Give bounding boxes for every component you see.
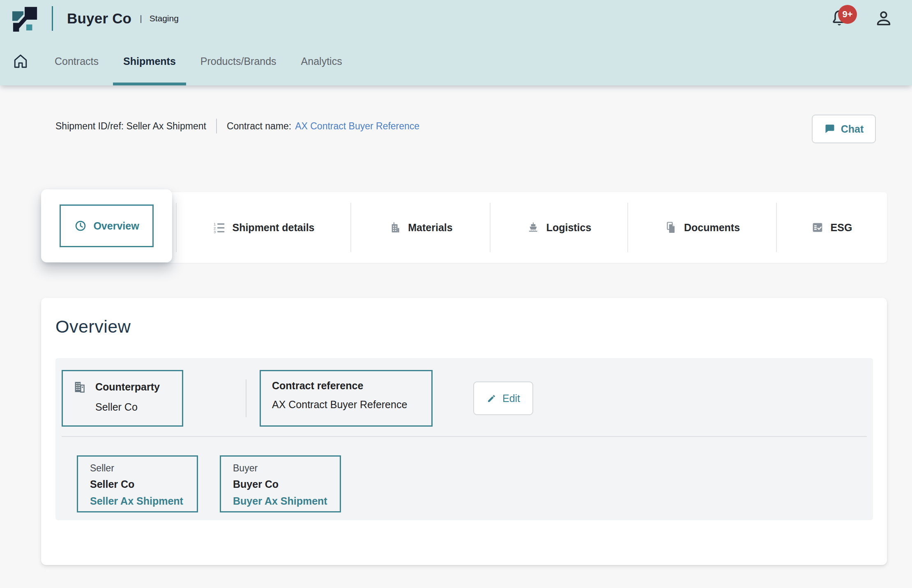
counterparty-value: Seller Co [95,401,182,413]
notification-badge: 9+ [838,5,857,24]
shipment-id-label: Shipment ID/ref: [55,121,124,132]
main-content: Shipment ID/ref: Seller Ax Shipment Cont… [0,115,912,565]
counterparty-header: Counterparty [72,380,182,394]
shipment-id-value: Seller Ax Shipment [127,121,206,132]
tab-label: Overview [93,220,139,232]
nav-item-analytics[interactable]: Analytics [291,37,352,85]
logo-divider [52,6,53,31]
tab-materials[interactable]: Materials [351,192,490,263]
info-divider [216,119,217,133]
contract-reference-value: AX Contract Buyer Reference [272,399,431,411]
seller-label: Seller [90,463,197,474]
contract-reference-label: Contract reference [272,380,363,392]
person-icon [874,9,894,28]
edit-button[interactable]: Edit [473,381,533,415]
fact-check-icon [811,221,824,234]
pencil-icon [486,393,497,404]
nav-item-shipments[interactable]: Shipments [113,37,186,85]
tab-esg[interactable]: ESG [777,192,886,263]
account-button[interactable] [873,8,894,29]
parties-row: Seller Seller Co Seller Ax Shipment Buye… [77,455,873,512]
edit-button-label: Edit [502,393,520,404]
buyer-company: Buyer Co [233,478,340,490]
tab-label: Shipment details [232,222,314,234]
numbered-list-icon: 1 2 3 [212,221,226,234]
counterparty-box: Counterparty Seller Co [62,370,183,427]
company-logo-icon [12,5,39,32]
clock-icon [74,219,87,232]
contract-reference-header: Contract reference [272,380,431,392]
app-bar: Buyer Co | Staging 9+ [0,0,912,85]
ship-icon [527,221,540,234]
environment-label: Staging [150,14,179,23]
tab-label: Logistics [546,222,592,234]
overview-divider [62,436,867,437]
top-actions: 9+ [829,8,900,29]
building-icon [388,221,401,234]
overview-title: Overview [55,298,873,337]
tab-shipment-details[interactable]: 1 2 3 Shipment details [177,192,350,263]
nav-item-products-brands[interactable]: Products/Brands [190,37,287,85]
domain-building-icon [72,380,87,394]
shipment-info-row: Shipment ID/ref: Seller Ax Shipment Cont… [55,115,876,143]
tab-logistics[interactable]: Logistics [491,192,627,263]
boxes-divider [246,379,246,417]
home-button[interactable] [12,37,40,85]
overview-top-row: Counterparty Seller Co Contract referenc… [62,370,873,427]
tab-overview-box: Overview [60,204,154,247]
tab-label: Documents [684,222,740,234]
buyer-shipment-ref-link[interactable]: Buyer Ax Shipment [233,495,340,507]
svg-text:3: 3 [214,230,216,234]
contract-name-link[interactable]: AX Contract Buyer Reference [295,121,419,132]
counterparty-label: Counterparty [95,381,160,393]
page: { "header": { "brand": "Buyer Co", "sepa… [0,0,912,588]
chat-button-label: Chat [841,123,864,135]
tab-documents[interactable]: Documents [628,192,776,263]
brand-name: Buyer Co [67,10,131,27]
top-bar: Buyer Co | Staging 9+ [0,0,912,37]
shipment-tabs: 1 2 3 Shipment details [58,192,887,263]
seller-box: Seller Seller Co Seller Ax Shipment [77,455,198,512]
tab-label: Materials [408,222,452,234]
seller-shipment-ref-link[interactable]: Seller Ax Shipment [90,495,197,507]
home-icon [12,52,30,70]
document-icon [664,221,677,234]
contract-reference-box: Contract reference AX Contract Buyer Ref… [260,370,433,427]
shipment-info-text: Shipment ID/ref: Seller Ax Shipment Cont… [55,119,419,133]
notifications-button[interactable]: 9+ [829,8,850,29]
tab-overview-active[interactable]: Overview [41,189,172,262]
seller-company: Seller Co [90,478,197,490]
tab-label: ESG [831,222,852,234]
overview-panel: Counterparty Seller Co Contract referenc… [55,358,873,520]
buyer-box: Buyer Buyer Co Buyer Ax Shipment [220,455,341,512]
nav-item-contracts[interactable]: Contracts [44,37,109,85]
chat-bubble-icon [824,123,836,135]
contract-name-label: Contract name: [227,121,291,132]
overview-card: Overview [41,298,887,565]
main-nav: Contracts Shipments Products/Brands Anal… [0,37,912,85]
brand-separator: | [140,14,142,23]
buyer-label: Buyer [233,463,340,474]
chat-button[interactable]: Chat [812,115,876,143]
tab-strip: 1 2 3 Shipment details [58,192,887,263]
